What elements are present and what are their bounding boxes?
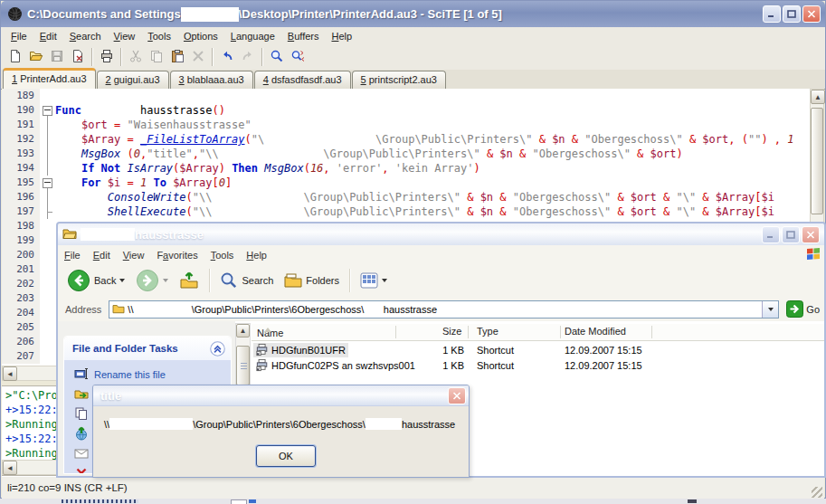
menu-tools[interactable]: Tools xyxy=(141,28,177,44)
fold-marker[interactable] xyxy=(40,103,55,118)
dialog-title-text: title xyxy=(100,389,121,403)
views-dropdown-icon[interactable] xyxy=(382,279,387,282)
tab-guigui.au3[interactable]: 2 guigui.au3 xyxy=(97,71,169,89)
menu-view[interactable]: View xyxy=(117,247,151,263)
task-panel-header[interactable]: File and Folder Tasks xyxy=(64,337,231,360)
scroll-left-arrow[interactable]: ◄ xyxy=(3,366,17,381)
code-token: & xyxy=(565,133,585,146)
menu-language[interactable]: Language xyxy=(224,28,281,44)
file-size: 1 KB xyxy=(395,345,464,356)
maximize-button[interactable] xyxy=(782,226,800,243)
menu-help[interactable]: Help xyxy=(240,247,273,263)
code-token: 0 xyxy=(219,176,225,189)
code-token: $Array xyxy=(173,176,212,189)
tab-PrinterAdd.au3[interactable]: 1 PrinterAdd.au3 xyxy=(3,68,96,89)
code-token: , xyxy=(193,147,199,160)
column-header-size[interactable]: Size xyxy=(442,326,461,337)
new-file-icon xyxy=(8,49,23,65)
fold-box-icon[interactable] xyxy=(43,106,52,116)
delete-icon xyxy=(191,49,205,65)
paste-button[interactable] xyxy=(166,47,187,67)
menu-favorites[interactable]: Favorites xyxy=(150,247,204,263)
menu-edit[interactable]: Edit xyxy=(87,247,117,263)
fold-margin xyxy=(40,132,55,147)
close-button[interactable] xyxy=(802,5,821,23)
close-button[interactable] xyxy=(802,226,820,243)
code-token: & xyxy=(657,205,677,218)
go-button[interactable]: Go xyxy=(786,300,820,318)
scroll-left-arrow[interactable]: ◄ xyxy=(3,461,17,475)
scrollbar-thumb[interactable] xyxy=(236,346,250,385)
menu-tools[interactable]: Tools xyxy=(204,247,241,263)
menu-file[interactable]: File xyxy=(5,28,33,44)
scrollbar-thumb[interactable] xyxy=(811,108,823,214)
replace-button[interactable] xyxy=(287,47,308,67)
code-text: For $i = 1 To $Array[0] xyxy=(55,176,824,190)
dialog-titlebar[interactable]: title xyxy=(93,385,469,406)
tab-blablaaa.au3[interactable]: 3 blablaaa.au3 xyxy=(170,71,253,89)
code-line: 193 MsgBox (0,"title","\\ \Group\Public\… xyxy=(2,147,824,161)
search-label: Search xyxy=(242,275,273,286)
menu-options[interactable]: Options xyxy=(177,28,224,44)
new-file-button[interactable] xyxy=(5,47,25,67)
undo-button[interactable] xyxy=(216,47,237,67)
search-button[interactable]: Search xyxy=(216,271,277,290)
folders-button[interactable]: Folders xyxy=(280,272,343,289)
back-button[interactable]: Back xyxy=(63,269,128,292)
tab-printscript2.au3[interactable]: 5 printscript2.au3 xyxy=(352,71,446,89)
fold-marker[interactable] xyxy=(40,176,55,190)
menu-help[interactable]: Help xyxy=(325,28,358,44)
close-file-button[interactable] xyxy=(67,47,88,67)
maximize-button[interactable] xyxy=(783,5,801,23)
code-token xyxy=(55,147,81,160)
resize-grip[interactable] xyxy=(812,487,822,498)
code-token: $n xyxy=(480,205,493,218)
desktop-sliver xyxy=(0,499,826,504)
menu-view[interactable]: View xyxy=(108,28,142,44)
file-name-cell[interactable]: HDGfunB01UFR xyxy=(253,343,348,357)
dialog-close-button[interactable] xyxy=(448,387,466,404)
open-file-button[interactable] xyxy=(25,47,46,67)
file-name-cell[interactable]: HDGfunC02PS an swzhsvps001 xyxy=(253,358,418,373)
code-token: $ort xyxy=(702,133,728,146)
line-number: 206 xyxy=(2,335,40,349)
print-button[interactable] xyxy=(96,47,117,67)
scroll-up-arrow[interactable]: ▲ xyxy=(236,324,250,338)
views-button[interactable] xyxy=(356,271,391,290)
explorer-addressbar: Address \\ \Group\Public\Printers\6Oberg… xyxy=(58,297,824,322)
back-dropdown-icon[interactable] xyxy=(119,279,125,282)
menu-file[interactable]: File xyxy=(58,247,87,263)
address-dropdown-button[interactable] xyxy=(762,301,778,318)
forward-button[interactable] xyxy=(132,269,172,292)
file-row[interactable]: HDGfunC02PS an swzhsvps0011 KBShortcut12… xyxy=(252,358,824,374)
redo-button xyxy=(237,47,258,67)
fold-box-icon[interactable] xyxy=(43,178,52,188)
scite-titlebar[interactable]: C:\Documents and Settings\Desktop\Printe… xyxy=(1,1,825,27)
code-token: ( xyxy=(245,133,252,146)
menu-search[interactable]: Search xyxy=(63,28,108,44)
up-button[interactable] xyxy=(176,271,203,290)
minimize-button[interactable] xyxy=(763,5,781,23)
move-icon xyxy=(74,386,89,403)
copy-icon xyxy=(149,49,164,65)
ok-button[interactable]: OK xyxy=(256,445,316,467)
line-number: 202 xyxy=(2,277,40,291)
column-header-date[interactable]: Date Modified xyxy=(565,326,626,337)
code-token: $Array xyxy=(81,133,120,146)
menu-edit[interactable]: Edit xyxy=(33,28,63,44)
code-token xyxy=(55,176,81,189)
find-button[interactable] xyxy=(266,47,287,67)
column-header-type[interactable]: Type xyxy=(477,326,498,337)
explorer-titlebar[interactable]: hausstrasse xyxy=(58,223,824,246)
collapse-chevron-icon[interactable] xyxy=(210,341,225,357)
menu-buffers[interactable]: Buffers xyxy=(281,28,326,44)
address-input[interactable]: \\ \Group\Public\Printers\6Obergeschoss\… xyxy=(109,300,779,319)
code-token: ConsoleWrite xyxy=(108,191,186,204)
minimize-button[interactable] xyxy=(762,226,780,243)
line-number: 192 xyxy=(2,132,40,147)
file-row[interactable]: HDGfunB01UFR1 KBShortcut12.09.2007 15:15 xyxy=(252,343,824,358)
task-rename[interactable]: Rename this file xyxy=(64,365,231,385)
scroll-up-arrow[interactable]: ▲ xyxy=(811,90,825,104)
code-token: & xyxy=(631,147,650,160)
tab-dsfasdfasdf.au3[interactable]: 4 dsfasdfasdf.au3 xyxy=(254,71,351,89)
